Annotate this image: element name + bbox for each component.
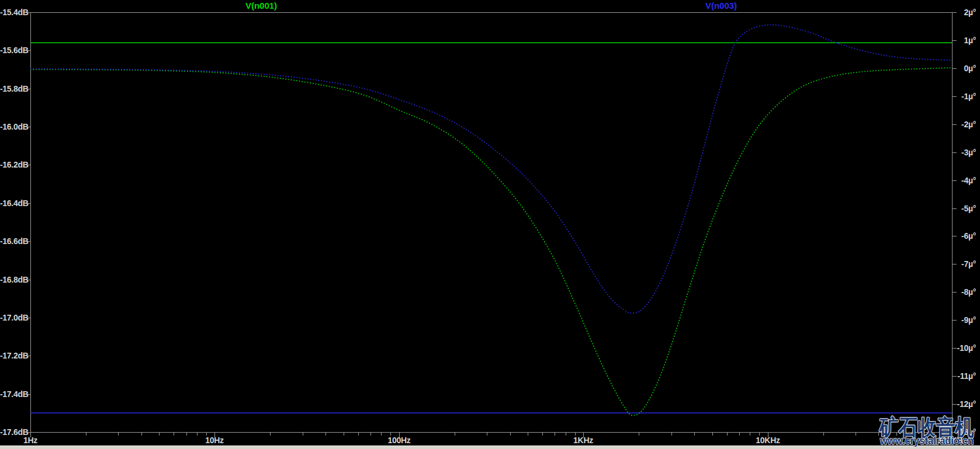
y-right-tick-label: -12µ° bbox=[954, 399, 976, 409]
plot-border bbox=[31, 13, 953, 433]
bottom-bar bbox=[0, 445, 980, 449]
y-left-tick-label: -17.0dB bbox=[0, 313, 25, 322]
plot-area[interactable] bbox=[0, 0, 980, 449]
y-left-tick-label: -16.6dB bbox=[0, 236, 25, 246]
y-left-tick-label: -17.2dB bbox=[0, 351, 25, 360]
y-right-tick-label: -3µ° bbox=[954, 148, 976, 157]
y-right-tick-label: 2µ° bbox=[954, 8, 976, 17]
y-right-tick-label: -6µ° bbox=[954, 231, 976, 241]
y-left-tick-label: -17.4dB bbox=[0, 389, 25, 399]
trace-label-vn003[interactable]: V(n003) bbox=[705, 1, 737, 11]
y-right-tick-label: -4µ° bbox=[954, 176, 976, 185]
axis-ticks bbox=[26, 13, 957, 438]
x-tick-label: 100Hz bbox=[376, 436, 423, 445]
watermark: 矿石收音机 www.crystalradio.cn bbox=[871, 409, 980, 449]
y-right-tick-label: -11µ° bbox=[954, 371, 976, 381]
y-left-tick-label: -16.8dB bbox=[0, 275, 25, 284]
x-tick-label: 10KHz bbox=[744, 436, 791, 445]
x-tick-label: 1KHz bbox=[560, 436, 607, 445]
y-right-tick-label: -10µ° bbox=[954, 343, 976, 353]
ltspice-waveform-window: -15.4dB-15.6dB-15.8dB-16.0dB-16.2dB-16.4… bbox=[0, 0, 980, 449]
y-right-tick-label: -1µ° bbox=[954, 92, 976, 101]
y-left-tick-label: -16.2dB bbox=[0, 160, 25, 169]
y-right-tick-label: -9µ° bbox=[954, 315, 976, 325]
y-left-tick-label: -15.4dB bbox=[0, 8, 25, 17]
x-tick-label: 10Hz bbox=[191, 436, 238, 445]
trace-label-vn001[interactable]: V(n001) bbox=[245, 1, 277, 11]
y-right-tick-label: -8µ° bbox=[954, 287, 976, 297]
y-left-tick-label: -16.4dB bbox=[0, 199, 25, 208]
y-left-tick-label: -15.6dB bbox=[0, 46, 25, 55]
y-right-tick-label: 1µ° bbox=[954, 36, 976, 45]
y-right-tick-label: 0µ° bbox=[954, 64, 976, 73]
y-right-tick-label: -2µ° bbox=[954, 120, 976, 129]
trace-v-n003-phase bbox=[30, 25, 952, 313]
trace-v-n001-phase bbox=[30, 68, 952, 416]
y-right-tick-label: -5µ° bbox=[954, 204, 976, 213]
watermark-url: www.crystalradio.cn bbox=[879, 434, 974, 447]
y-right-tick-label: -7µ° bbox=[954, 259, 976, 269]
y-left-tick-label: -16.0dB bbox=[0, 122, 25, 131]
x-tick-label: 1Hz bbox=[7, 436, 54, 445]
y-left-tick-label: -15.8dB bbox=[0, 84, 25, 93]
